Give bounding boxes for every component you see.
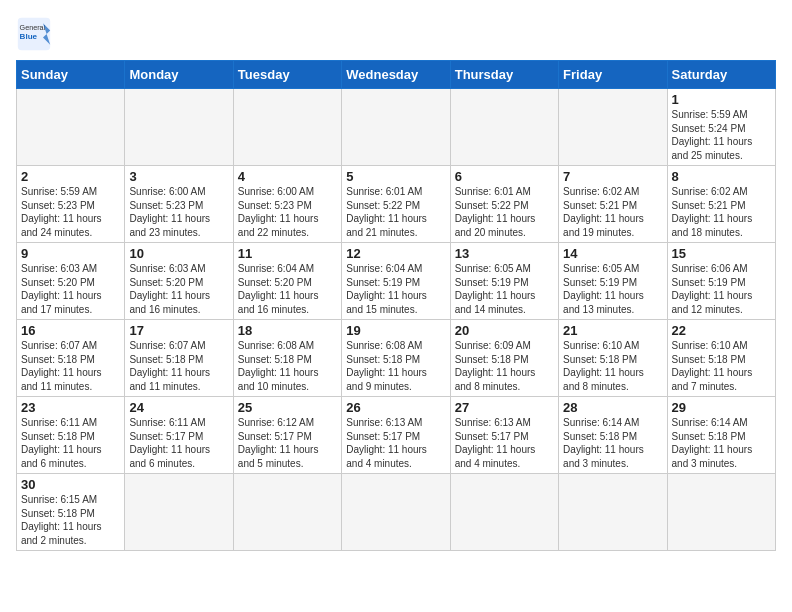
calendar-header-monday: Monday bbox=[125, 61, 233, 89]
calendar-week-3: 9Sunrise: 6:03 AM Sunset: 5:20 PM Daylig… bbox=[17, 243, 776, 320]
calendar-cell: 1Sunrise: 5:59 AM Sunset: 5:24 PM Daylig… bbox=[667, 89, 775, 166]
day-info: Sunrise: 5:59 AM Sunset: 5:23 PM Dayligh… bbox=[21, 185, 120, 239]
day-info: Sunrise: 6:11 AM Sunset: 5:17 PM Dayligh… bbox=[129, 416, 228, 470]
svg-text:General: General bbox=[20, 23, 46, 32]
day-info: Sunrise: 5:59 AM Sunset: 5:24 PM Dayligh… bbox=[672, 108, 771, 162]
day-number: 11 bbox=[238, 246, 337, 261]
day-info: Sunrise: 6:00 AM Sunset: 5:23 PM Dayligh… bbox=[129, 185, 228, 239]
day-number: 26 bbox=[346, 400, 445, 415]
calendar-cell: 30Sunrise: 6:15 AM Sunset: 5:18 PM Dayli… bbox=[17, 474, 125, 551]
day-number: 2 bbox=[21, 169, 120, 184]
calendar-cell: 10Sunrise: 6:03 AM Sunset: 5:20 PM Dayli… bbox=[125, 243, 233, 320]
day-info: Sunrise: 6:01 AM Sunset: 5:22 PM Dayligh… bbox=[455, 185, 554, 239]
calendar-week-2: 2Sunrise: 5:59 AM Sunset: 5:23 PM Daylig… bbox=[17, 166, 776, 243]
day-number: 9 bbox=[21, 246, 120, 261]
calendar-cell bbox=[342, 474, 450, 551]
day-info: Sunrise: 6:05 AM Sunset: 5:19 PM Dayligh… bbox=[563, 262, 662, 316]
calendar-cell bbox=[559, 474, 667, 551]
day-number: 15 bbox=[672, 246, 771, 261]
day-info: Sunrise: 6:04 AM Sunset: 5:19 PM Dayligh… bbox=[346, 262, 445, 316]
calendar-header-friday: Friday bbox=[559, 61, 667, 89]
calendar-cell: 21Sunrise: 6:10 AM Sunset: 5:18 PM Dayli… bbox=[559, 320, 667, 397]
day-info: Sunrise: 6:06 AM Sunset: 5:19 PM Dayligh… bbox=[672, 262, 771, 316]
logo: General Blue bbox=[16, 16, 56, 52]
day-number: 30 bbox=[21, 477, 120, 492]
calendar-cell: 6Sunrise: 6:01 AM Sunset: 5:22 PM Daylig… bbox=[450, 166, 558, 243]
calendar-cell bbox=[233, 474, 341, 551]
calendar-cell: 23Sunrise: 6:11 AM Sunset: 5:18 PM Dayli… bbox=[17, 397, 125, 474]
calendar-cell: 24Sunrise: 6:11 AM Sunset: 5:17 PM Dayli… bbox=[125, 397, 233, 474]
calendar-cell: 17Sunrise: 6:07 AM Sunset: 5:18 PM Dayli… bbox=[125, 320, 233, 397]
day-info: Sunrise: 6:07 AM Sunset: 5:18 PM Dayligh… bbox=[21, 339, 120, 393]
day-number: 29 bbox=[672, 400, 771, 415]
day-number: 1 bbox=[672, 92, 771, 107]
day-number: 18 bbox=[238, 323, 337, 338]
calendar-cell bbox=[667, 474, 775, 551]
day-number: 6 bbox=[455, 169, 554, 184]
calendar-header-row: SundayMondayTuesdayWednesdayThursdayFrid… bbox=[17, 61, 776, 89]
day-number: 25 bbox=[238, 400, 337, 415]
day-info: Sunrise: 6:09 AM Sunset: 5:18 PM Dayligh… bbox=[455, 339, 554, 393]
calendar-cell: 15Sunrise: 6:06 AM Sunset: 5:19 PM Dayli… bbox=[667, 243, 775, 320]
day-info: Sunrise: 6:03 AM Sunset: 5:20 PM Dayligh… bbox=[21, 262, 120, 316]
calendar-cell: 28Sunrise: 6:14 AM Sunset: 5:18 PM Dayli… bbox=[559, 397, 667, 474]
day-number: 23 bbox=[21, 400, 120, 415]
logo-svg: General Blue bbox=[16, 16, 52, 52]
calendar-week-6: 30Sunrise: 6:15 AM Sunset: 5:18 PM Dayli… bbox=[17, 474, 776, 551]
day-number: 5 bbox=[346, 169, 445, 184]
day-info: Sunrise: 6:04 AM Sunset: 5:20 PM Dayligh… bbox=[238, 262, 337, 316]
calendar-cell: 19Sunrise: 6:08 AM Sunset: 5:18 PM Dayli… bbox=[342, 320, 450, 397]
calendar-cell: 8Sunrise: 6:02 AM Sunset: 5:21 PM Daylig… bbox=[667, 166, 775, 243]
calendar: SundayMondayTuesdayWednesdayThursdayFrid… bbox=[16, 60, 776, 551]
day-info: Sunrise: 6:02 AM Sunset: 5:21 PM Dayligh… bbox=[672, 185, 771, 239]
calendar-cell: 2Sunrise: 5:59 AM Sunset: 5:23 PM Daylig… bbox=[17, 166, 125, 243]
day-number: 20 bbox=[455, 323, 554, 338]
day-info: Sunrise: 6:03 AM Sunset: 5:20 PM Dayligh… bbox=[129, 262, 228, 316]
calendar-cell bbox=[450, 474, 558, 551]
day-number: 12 bbox=[346, 246, 445, 261]
calendar-week-4: 16Sunrise: 6:07 AM Sunset: 5:18 PM Dayli… bbox=[17, 320, 776, 397]
calendar-header-wednesday: Wednesday bbox=[342, 61, 450, 89]
calendar-cell bbox=[233, 89, 341, 166]
day-number: 8 bbox=[672, 169, 771, 184]
day-number: 17 bbox=[129, 323, 228, 338]
calendar-cell: 27Sunrise: 6:13 AM Sunset: 5:17 PM Dayli… bbox=[450, 397, 558, 474]
calendar-cell bbox=[17, 89, 125, 166]
day-info: Sunrise: 6:07 AM Sunset: 5:18 PM Dayligh… bbox=[129, 339, 228, 393]
day-number: 21 bbox=[563, 323, 662, 338]
day-info: Sunrise: 6:05 AM Sunset: 5:19 PM Dayligh… bbox=[455, 262, 554, 316]
day-info: Sunrise: 6:10 AM Sunset: 5:18 PM Dayligh… bbox=[563, 339, 662, 393]
calendar-cell: 9Sunrise: 6:03 AM Sunset: 5:20 PM Daylig… bbox=[17, 243, 125, 320]
calendar-cell: 25Sunrise: 6:12 AM Sunset: 5:17 PM Dayli… bbox=[233, 397, 341, 474]
day-info: Sunrise: 6:02 AM Sunset: 5:21 PM Dayligh… bbox=[563, 185, 662, 239]
day-info: Sunrise: 6:08 AM Sunset: 5:18 PM Dayligh… bbox=[346, 339, 445, 393]
calendar-cell bbox=[450, 89, 558, 166]
day-number: 10 bbox=[129, 246, 228, 261]
calendar-cell: 29Sunrise: 6:14 AM Sunset: 5:18 PM Dayli… bbox=[667, 397, 775, 474]
day-info: Sunrise: 6:10 AM Sunset: 5:18 PM Dayligh… bbox=[672, 339, 771, 393]
day-info: Sunrise: 6:15 AM Sunset: 5:18 PM Dayligh… bbox=[21, 493, 120, 547]
day-info: Sunrise: 6:14 AM Sunset: 5:18 PM Dayligh… bbox=[672, 416, 771, 470]
calendar-cell: 12Sunrise: 6:04 AM Sunset: 5:19 PM Dayli… bbox=[342, 243, 450, 320]
day-info: Sunrise: 6:00 AM Sunset: 5:23 PM Dayligh… bbox=[238, 185, 337, 239]
calendar-cell: 16Sunrise: 6:07 AM Sunset: 5:18 PM Dayli… bbox=[17, 320, 125, 397]
calendar-cell: 11Sunrise: 6:04 AM Sunset: 5:20 PM Dayli… bbox=[233, 243, 341, 320]
calendar-cell: 4Sunrise: 6:00 AM Sunset: 5:23 PM Daylig… bbox=[233, 166, 341, 243]
day-number: 16 bbox=[21, 323, 120, 338]
calendar-header-tuesday: Tuesday bbox=[233, 61, 341, 89]
day-number: 19 bbox=[346, 323, 445, 338]
calendar-cell bbox=[342, 89, 450, 166]
calendar-cell: 7Sunrise: 6:02 AM Sunset: 5:21 PM Daylig… bbox=[559, 166, 667, 243]
calendar-cell: 3Sunrise: 6:00 AM Sunset: 5:23 PM Daylig… bbox=[125, 166, 233, 243]
day-info: Sunrise: 6:11 AM Sunset: 5:18 PM Dayligh… bbox=[21, 416, 120, 470]
calendar-header-saturday: Saturday bbox=[667, 61, 775, 89]
calendar-cell bbox=[125, 89, 233, 166]
calendar-cell bbox=[559, 89, 667, 166]
day-info: Sunrise: 6:13 AM Sunset: 5:17 PM Dayligh… bbox=[346, 416, 445, 470]
day-number: 27 bbox=[455, 400, 554, 415]
day-info: Sunrise: 6:08 AM Sunset: 5:18 PM Dayligh… bbox=[238, 339, 337, 393]
calendar-cell: 14Sunrise: 6:05 AM Sunset: 5:19 PM Dayli… bbox=[559, 243, 667, 320]
calendar-cell: 18Sunrise: 6:08 AM Sunset: 5:18 PM Dayli… bbox=[233, 320, 341, 397]
day-number: 4 bbox=[238, 169, 337, 184]
header: General Blue bbox=[16, 16, 776, 52]
